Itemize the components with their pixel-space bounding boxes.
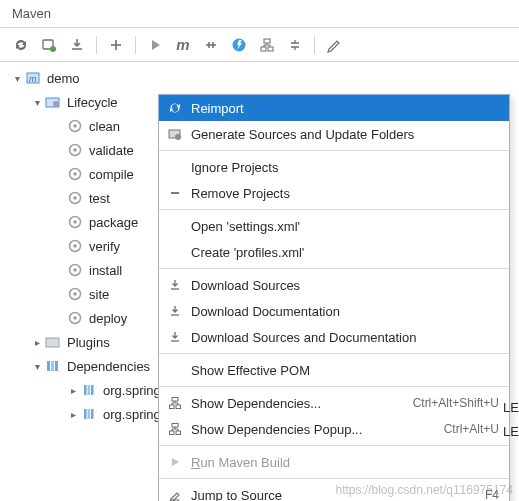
svg-rect-34 [91, 385, 94, 395]
svg-point-11 [73, 124, 77, 128]
menu-label: Download Sources [191, 278, 499, 293]
toolbar-separator [96, 36, 97, 54]
tree-label: package [89, 215, 138, 230]
menu-item-create-profiles[interactable]: Create 'profiles.xml' [159, 239, 509, 265]
menu-item-download-sources[interactable]: Download Sources [159, 272, 509, 298]
menu-separator [159, 209, 509, 210]
skip-tests-button[interactable] [198, 32, 224, 58]
tree-label: validate [89, 143, 134, 158]
svg-rect-40 [172, 398, 178, 402]
menu-item-download-docs[interactable]: Download Documentation [159, 298, 509, 324]
svg-text:m: m [29, 74, 37, 84]
tree-label: deploy [89, 311, 127, 326]
menu-label: Jump to Source [191, 488, 485, 502]
show-dependencies-button[interactable] [254, 32, 280, 58]
svg-rect-36 [88, 409, 91, 419]
menu-item-ignore-projects[interactable]: Ignore Projects [159, 154, 509, 180]
svg-rect-42 [176, 405, 181, 409]
offline-mode-button[interactable] [226, 32, 252, 58]
tree-label: verify [89, 239, 120, 254]
svg-point-15 [73, 172, 77, 176]
menu-label: Ignore Projects [191, 160, 499, 175]
menu-item-jump-to-source[interactable]: Jump to Source F4 [159, 482, 509, 501]
menu-label: Generate Sources and Update Folders [191, 127, 499, 142]
menu-item-show-dependencies-popup[interactable]: Show Dependencies Popup... Ctrl+Alt+U [159, 416, 509, 442]
library-icon [80, 381, 98, 399]
run-button[interactable] [142, 32, 168, 58]
svg-rect-45 [176, 431, 181, 435]
toolbar: m [0, 28, 519, 62]
svg-rect-5 [268, 47, 273, 51]
chevron-right-icon[interactable]: ▸ [30, 335, 44, 349]
add-project-button[interactable] [103, 32, 129, 58]
collapse-all-button[interactable] [282, 32, 308, 58]
maven-goal-button[interactable]: m [170, 32, 196, 58]
chevron-down-icon[interactable]: ▾ [30, 359, 44, 373]
menu-label: Open 'settings.xml' [191, 219, 499, 234]
menu-shortcut: Ctrl+Alt+Shift+U [413, 396, 499, 410]
download-icon [165, 328, 185, 346]
menu-label: Show Effective POM [191, 363, 499, 378]
gear-icon [66, 285, 84, 303]
menu-label: Reimport [191, 101, 499, 116]
download-icon [165, 302, 185, 320]
panel-title: Maven [0, 0, 519, 28]
svg-point-13 [73, 148, 77, 152]
menu-separator [159, 445, 509, 446]
menu-item-reimport[interactable]: Reimport [159, 95, 509, 121]
tree-label: compile [89, 167, 134, 182]
generate-sources-button[interactable] [36, 32, 62, 58]
library-icon [80, 405, 98, 423]
tree-label: demo [47, 71, 80, 86]
tree-label: install [89, 263, 122, 278]
reimport-all-button[interactable] [8, 32, 34, 58]
menu-item-show-dependencies[interactable]: Show Dependencies... Ctrl+Alt+Shift+U [159, 390, 509, 416]
menu-shortcut: Ctrl+Alt+U [444, 422, 499, 436]
download-button[interactable] [64, 32, 90, 58]
svg-point-25 [73, 292, 77, 296]
gear-icon [66, 261, 84, 279]
menu-item-run-maven-build: Run Maven Build [159, 449, 509, 475]
chevron-down-icon[interactable]: ▾ [30, 95, 44, 109]
menu-label: Show Dependencies Popup... [191, 422, 444, 437]
blank-icon [165, 217, 185, 235]
svg-rect-4 [261, 47, 266, 51]
menu-label: Remove Projects [191, 186, 499, 201]
panel-title-text: Maven [12, 6, 51, 21]
tree-label: clean [89, 119, 120, 134]
menu-label: Show Dependencies... [191, 396, 413, 411]
chevron-right-icon[interactable]: ▸ [66, 383, 80, 397]
menu-shortcut: F4 [485, 488, 499, 501]
chevron-down-icon[interactable]: ▾ [10, 71, 24, 85]
tree-node-root[interactable]: ▾ m demo [6, 66, 519, 90]
toolbar-separator [314, 36, 315, 54]
svg-rect-37 [91, 409, 94, 419]
menu-label: Download Documentation [191, 304, 499, 319]
menu-item-generate-sources[interactable]: Generate Sources and Update Folders [159, 121, 509, 147]
svg-rect-35 [84, 409, 87, 419]
svg-point-19 [73, 220, 77, 224]
menu-item-remove-projects[interactable]: Remove Projects [159, 180, 509, 206]
diagram-icon [165, 420, 185, 438]
svg-rect-28 [46, 338, 59, 347]
svg-rect-29 [47, 361, 50, 371]
edit-icon [165, 486, 185, 501]
svg-rect-3 [264, 39, 270, 43]
refresh-icon [165, 99, 185, 117]
menu-item-open-settings[interactable]: Open 'settings.xml' [159, 213, 509, 239]
settings-button[interactable] [321, 32, 347, 58]
menu-item-effective-pom[interactable]: Show Effective POM [159, 357, 509, 383]
menu-item-download-both[interactable]: Download Sources and Documentation [159, 324, 509, 350]
gear-icon [66, 141, 84, 159]
tree-label: Dependencies [67, 359, 150, 374]
gear-icon [66, 165, 84, 183]
chevron-right-icon[interactable]: ▸ [66, 407, 80, 421]
svg-point-21 [73, 244, 77, 248]
svg-rect-31 [55, 361, 58, 371]
svg-point-39 [175, 134, 181, 140]
menu-separator [159, 268, 509, 269]
run-icon [165, 453, 185, 471]
tree-label: Plugins [67, 335, 110, 350]
folder-gear-icon [44, 93, 62, 111]
menu-separator [159, 386, 509, 387]
